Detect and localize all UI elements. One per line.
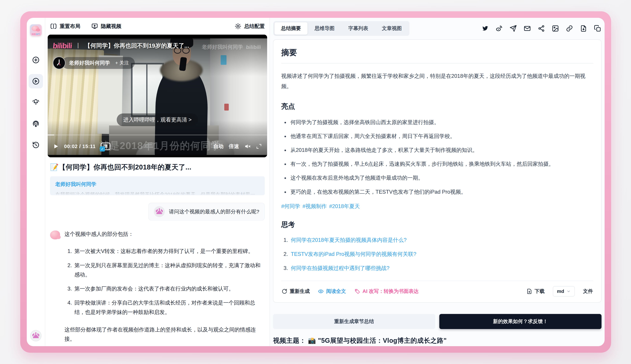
uploader-row: 老师好我叫何同学 + 关注	[53, 56, 135, 69]
list-item: 第一次参加厂商的发布会：这代表了作者在行业内的成长和被认可。	[73, 284, 265, 294]
mute-button[interactable]	[244, 143, 251, 150]
bell-icon	[32, 98, 40, 106]
fullscreen-button[interactable]	[256, 143, 262, 150]
user-question-text: 请问这个视频的最感人的部分有什么呢?	[169, 208, 259, 215]
reset-layout-icon	[50, 23, 57, 30]
hashtag-link[interactable]: #2018年夏天	[329, 203, 360, 210]
pixel-avatar-icon	[33, 332, 39, 339]
progress-bar[interactable]	[48, 134, 267, 136]
list-item: 第一次被大V转发：这标志着作者的努力得到了认可，是一个重要的里程碑。	[73, 246, 265, 256]
eye-icon	[318, 288, 324, 294]
reset-layout-button[interactable]: 重置布局	[50, 23, 80, 30]
uploader-avatar[interactable]	[53, 56, 66, 69]
list-item: 更巧的是，在他发布视频的第二天，TESTV也发布了他们的iPad Pro视频。	[289, 188, 593, 196]
send-icon	[510, 25, 517, 32]
player-video-title: 【何同学】你再也回不到19岁的夏天了...	[85, 42, 189, 50]
uploader-pill: 老师好我叫何同学 + 关注	[62, 57, 135, 69]
share-email-button[interactable]	[524, 25, 531, 32]
copy-button[interactable]	[594, 25, 601, 32]
sidebar-item-video-summary[interactable]	[29, 74, 43, 88]
video-description-box[interactable]: 老师好我叫何同学 在我剪辑这个视频的时候，我发现虽然我无比怀念2018年的夏天，…	[50, 176, 265, 195]
sidebar-item-new[interactable]	[29, 53, 43, 67]
ai-answer-body: 这个视频中感人的部分包括： 第一次被大V转发：这标志着作者的努力得到了认可，是一…	[65, 230, 265, 344]
monitor-play-icon	[91, 23, 98, 30]
author-link[interactable]: 老师好我叫何同学	[55, 181, 96, 187]
summary-heading: 摘要	[281, 47, 593, 64]
video-toolbar: 重置布局 隐藏视频 总结配置	[48, 18, 267, 34]
bibigpt-logo[interactable]: BIBIGPT	[30, 24, 42, 36]
sidebar: BIBIGPT	[27, 18, 45, 346]
question-link[interactable]: 何同学在2018年夏天拍摄的视频具体内容是什么?	[291, 237, 407, 243]
chat-question-row: 请问这个视频的最感人的部分有什么呢?	[50, 203, 265, 220]
share-icon-row	[481, 25, 601, 32]
hide-video-button[interactable]: 隐藏视频	[91, 23, 121, 30]
file-label: 文件	[583, 288, 593, 295]
format-select[interactable]: md	[553, 286, 575, 296]
twitter-icon	[481, 25, 489, 32]
regen-chapters-button[interactable]: 重新生成章节总结	[273, 314, 435, 329]
podcast-icon	[32, 120, 40, 128]
tab-subtitles[interactable]: 字幕列表	[342, 22, 375, 34]
hashtag-link[interactable]: #视频制作	[302, 203, 327, 210]
questions-heading: 思考	[281, 220, 593, 229]
link-icon	[566, 25, 573, 32]
share-weibo-button[interactable]	[495, 25, 503, 32]
app-window: BIBIGPT	[27, 18, 604, 346]
image-icon	[552, 25, 559, 32]
sidebar-item-history[interactable]	[29, 138, 43, 152]
tab-article[interactable]: 文章视图	[375, 22, 408, 34]
fullscreen-icon	[256, 143, 262, 150]
video-watermark: 老师好我叫何同学bilibili	[202, 44, 261, 50]
file-download-icon	[580, 25, 587, 32]
summary-card-footer: 重新生成 阅读全文 AI 改写：转换为书面表达 下载 md	[281, 281, 593, 302]
hashtag-row: #何同学 #视频制作 #2018年夏天	[281, 203, 593, 210]
danmaku-toggle[interactable]: 弹✓	[101, 142, 111, 150]
export-image-button[interactable]	[552, 25, 559, 32]
user-avatar[interactable]	[30, 330, 42, 342]
sidebar-item-podcast[interactable]	[29, 116, 43, 131]
ai-answer-list: 第一次被大V转发：这标志着作者的努力得到了认可，是一个重要的里程碑。 第一次见到…	[73, 246, 265, 317]
sidebar-item-notifications[interactable]	[29, 95, 43, 110]
share-button[interactable]	[538, 25, 545, 32]
app-frame: BIBIGPT	[20, 11, 611, 353]
play-circle-icon	[32, 77, 40, 85]
play-icon	[53, 143, 59, 150]
gear-icon	[235, 23, 241, 30]
speed-button[interactable]: 倍速	[229, 143, 239, 150]
plus-circle-icon	[32, 56, 40, 64]
download-file-button[interactable]	[580, 25, 587, 32]
ai-rewrite-button[interactable]: AI 改写：转换为书面表达	[354, 288, 419, 295]
question-link[interactable]: TESTV发布的iPad Pro视频与何同学的视频有何关联?	[291, 251, 416, 257]
regenerate-button[interactable]: 重新生成	[282, 288, 310, 295]
hashtag-link[interactable]: #何同学	[281, 203, 300, 210]
question-link[interactable]: 何同学在拍摄视频过程中遇到了哪些挑战?	[291, 265, 389, 271]
ai-answer-intro: 这个视频中感人的部分包括：	[65, 230, 265, 239]
tab-mindmap[interactable]: 思维导图	[308, 22, 341, 34]
tag-icon	[354, 288, 360, 294]
enter-bilibili-button[interactable]: 进入哔哩哔哩，观看更高清 >	[117, 114, 198, 126]
read-full-button[interactable]: 阅读全文	[318, 288, 346, 295]
list-item: 从2018年的夏天开始，这条路线他走了多次，积累了大量关于制作视频的知识。	[289, 146, 593, 154]
play-button[interactable]	[53, 143, 59, 150]
video-player[interactable]: bilibili 丨 【何同学】你再也回不到19岁的夏天了... 老师好我叫何同…	[48, 34, 267, 157]
ai-answer-outro: 这些部分都体现了作者在视频创作道路上的坚持和成长，以及与观众之间的情感连接。	[65, 325, 265, 344]
summary-config-label: 总结配置	[244, 23, 265, 30]
feedback-button[interactable]: 新的效果如何？求反馈！	[439, 314, 601, 329]
follow-button[interactable]: + 关注	[115, 60, 129, 66]
summary-panel: 总结摘要 思维导图 字幕列表 文章视图 摘要 视频讲述了何同学为了拍摄视频，频繁…	[270, 18, 604, 346]
uploader-name[interactable]: 老师好我叫何同学	[69, 60, 110, 66]
user-chat-avatar	[154, 206, 165, 217]
copy-link-button[interactable]	[566, 25, 573, 32]
bilibili-logo[interactable]: bilibili	[52, 42, 72, 50]
chevron-down-icon	[566, 289, 571, 294]
download-button[interactable]: 下载	[526, 288, 544, 295]
list-item: 回学校做演讲：分享自己的大学生活和成长经历，对作者来说是一个回顾和总结，也是对学…	[73, 298, 265, 317]
tab-summary[interactable]: 总结摘要	[275, 22, 307, 34]
share-twitter-button[interactable]	[481, 25, 489, 32]
share-telegram-button[interactable]	[510, 25, 517, 32]
list-item: TESTV发布的iPad Pro视频与何同学的视频有何关联?	[289, 250, 593, 258]
ai-answer-row: 这个视频中感人的部分包括： 第一次被大V转发：这标志着作者的努力得到了认可，是一…	[50, 230, 265, 344]
list-item: 何同学在2018年夏天拍摄的视频具体内容是什么?	[289, 236, 593, 244]
quality-button[interactable]: 自动	[213, 143, 224, 150]
summary-config-button[interactable]: 总结配置	[235, 23, 265, 30]
